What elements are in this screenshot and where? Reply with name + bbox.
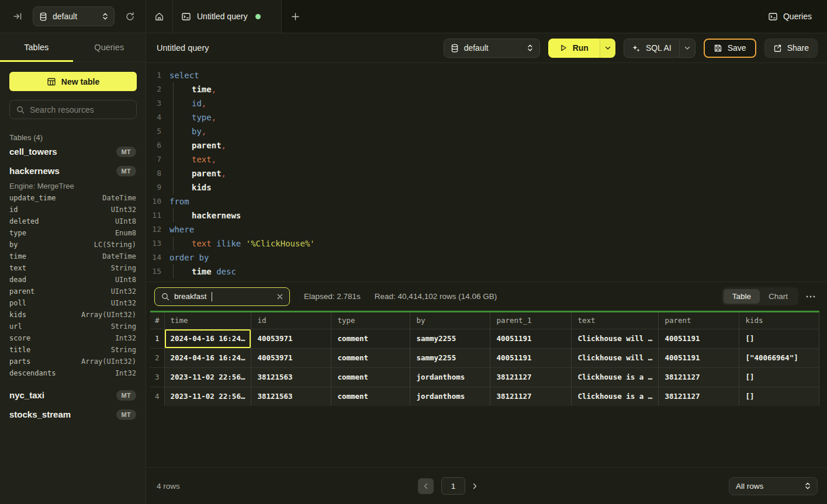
- column-header[interactable]: by: [410, 312, 490, 329]
- column-row[interactable]: update_timeDateTime: [9, 194, 136, 206]
- sidebar-table-nyc-taxi[interactable]: nyc_taxi MT: [9, 385, 136, 405]
- editor-line[interactable]: 2time,: [146, 82, 827, 96]
- column-row[interactable]: urlString: [9, 322, 136, 334]
- table-cell[interactable]: Clickhouse will …: [572, 348, 659, 367]
- topbar-database-selector[interactable]: default: [33, 6, 115, 26]
- column-row[interactable]: titleString: [9, 346, 136, 357]
- sql-ai-options-button[interactable]: [679, 39, 695, 57]
- save-button[interactable]: Save: [704, 39, 756, 58]
- column-row[interactable]: partsArray(UInt32): [9, 357, 136, 369]
- editor-line[interactable]: 5by,: [146, 124, 827, 138]
- table-cell[interactable]: 40053971: [251, 348, 331, 367]
- column-row[interactable]: timeDateTime: [9, 252, 136, 264]
- table-cell[interactable]: 2024-04-16 16:24…: [164, 348, 251, 367]
- table-cell[interactable]: 40053971: [251, 329, 331, 348]
- table-cell[interactable]: 2023-11-02 22:56…: [164, 367, 251, 387]
- table-cell[interactable]: comment: [331, 387, 410, 406]
- table-cell[interactable]: 40051191: [659, 329, 739, 348]
- column-row[interactable]: byLC(String): [9, 241, 136, 252]
- editor-line[interactable]: 13text ilike '%ClickHouse%': [146, 237, 827, 251]
- editor-line[interactable]: 1select: [146, 68, 827, 82]
- table-cell[interactable]: Clickhouse is a …: [572, 367, 659, 387]
- editor-line[interactable]: 9kids: [146, 180, 827, 194]
- table-cell[interactable]: 2024-04-16 16:24…: [164, 329, 251, 348]
- run-button[interactable]: Run: [548, 39, 600, 58]
- table-cell[interactable]: 2023-11-02 22:56…: [164, 387, 251, 406]
- sidebar-tab-queries[interactable]: Queries: [73, 33, 146, 61]
- column-row[interactable]: scoreInt32: [9, 334, 136, 346]
- sidebar-search[interactable]: [9, 100, 137, 119]
- toolbar-database-selector[interactable]: default: [444, 39, 540, 58]
- column-header[interactable]: kids: [739, 312, 819, 329]
- home-button[interactable]: [146, 0, 173, 33]
- column-header[interactable]: text: [572, 312, 659, 329]
- sidebar-table-hackernews[interactable]: hackernews MT: [9, 161, 136, 180]
- table-cell[interactable]: comment: [331, 329, 410, 348]
- clear-search-button[interactable]: [277, 294, 283, 300]
- refresh-button[interactable]: [123, 9, 137, 24]
- column-header[interactable]: id: [251, 312, 331, 329]
- run-options-button[interactable]: [600, 39, 615, 58]
- table-cell[interactable]: ["40066964"]: [739, 348, 819, 367]
- editor-line[interactable]: 6parent,: [146, 138, 827, 152]
- column-row[interactable]: deletedUInt8: [9, 217, 136, 229]
- column-row[interactable]: idUInt32: [9, 206, 136, 217]
- table-cell[interactable]: comment: [331, 348, 410, 367]
- column-row[interactable]: parentUInt32: [9, 287, 136, 299]
- column-header[interactable]: parent: [659, 312, 739, 329]
- new-tab-button[interactable]: [282, 0, 309, 33]
- table-cell[interactable]: sammy2255: [410, 348, 490, 367]
- prev-page-button[interactable]: [418, 478, 434, 494]
- new-table-button[interactable]: New table: [9, 72, 137, 91]
- column-row[interactable]: kidsArray(UInt32): [9, 311, 136, 322]
- table-cell[interactable]: 40051191: [659, 348, 739, 367]
- page-size-selector[interactable]: All rows: [729, 477, 818, 495]
- editor-line[interactable]: 4type,: [146, 110, 827, 124]
- sidebar-table-cell-towers[interactable]: cell_towers MT: [9, 142, 136, 161]
- column-header[interactable]: #: [150, 312, 164, 329]
- view-toggle-chart[interactable]: Chart: [760, 289, 797, 304]
- editor-line[interactable]: 11hackernews: [146, 208, 827, 223]
- table-cell[interactable]: 38121127: [490, 367, 572, 387]
- table-cell[interactable]: 38121563: [251, 367, 331, 387]
- table-cell[interactable]: jordanthoms: [410, 387, 490, 406]
- results-more-button[interactable]: [806, 296, 815, 298]
- queries-button[interactable]: Queries: [753, 0, 827, 33]
- table-cell[interactable]: jordanthoms: [410, 367, 490, 387]
- editor-line[interactable]: 15time desc: [146, 265, 827, 279]
- column-row[interactable]: pollUInt32: [9, 299, 136, 311]
- table-cell[interactable]: 38121563: [251, 387, 331, 406]
- table-cell[interactable]: []: [739, 367, 819, 387]
- table-cell[interactable]: Clickhouse will …: [572, 329, 659, 348]
- table-cell[interactable]: 40051191: [490, 329, 572, 348]
- table-cell[interactable]: 38121127: [659, 387, 739, 406]
- sidebar-tab-tables[interactable]: Tables: [0, 33, 73, 61]
- table-cell[interactable]: sammy2255: [410, 329, 490, 348]
- column-row[interactable]: typeEnum8: [9, 229, 136, 241]
- editor-line[interactable]: 8parent,: [146, 166, 827, 180]
- editor-line[interactable]: 7text,: [146, 152, 827, 166]
- table-cell[interactable]: Clickhouse is a …: [572, 387, 659, 406]
- sql-editor[interactable]: 1select2time,3id,4type,5by,6parent,7text…: [146, 63, 827, 281]
- table-cell[interactable]: []: [739, 329, 819, 348]
- view-toggle-table[interactable]: Table: [724, 289, 760, 304]
- table-cell[interactable]: 40051191: [490, 348, 572, 367]
- editor-line[interactable]: 10from: [146, 194, 827, 208]
- share-button[interactable]: Share: [764, 39, 818, 58]
- next-page-button[interactable]: [473, 483, 477, 489]
- table-cell[interactable]: 38121127: [659, 367, 739, 387]
- collapse-sidebar-button[interactable]: [11, 9, 25, 23]
- table-cell[interactable]: comment: [331, 367, 410, 387]
- column-row[interactable]: textString: [9, 264, 136, 276]
- column-row[interactable]: deadUInt8: [9, 276, 136, 287]
- column-header[interactable]: parent_1: [490, 312, 572, 329]
- table-cell[interactable]: 38121127: [490, 387, 572, 406]
- column-row[interactable]: descendantsInt32: [9, 369, 136, 381]
- table-cell[interactable]: []: [739, 387, 819, 406]
- editor-line[interactable]: 12where: [146, 223, 827, 237]
- current-page[interactable]: 1: [441, 477, 465, 495]
- sidebar-table-stocks-stream[interactable]: stocks_stream MT: [9, 405, 136, 424]
- editor-line[interactable]: 3id,: [146, 96, 827, 110]
- tab-untitled-query[interactable]: Untitled query: [173, 0, 282, 33]
- column-header[interactable]: time: [164, 312, 251, 329]
